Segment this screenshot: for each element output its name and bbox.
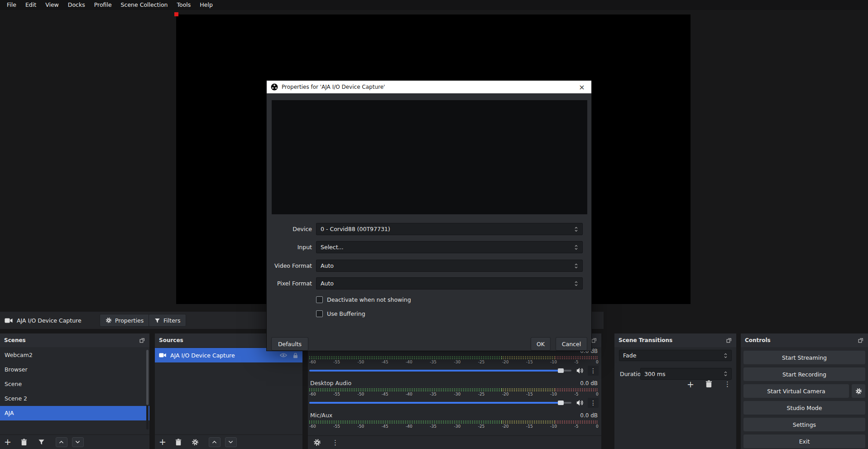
scene-item-scene[interactable]: Scene <box>0 377 149 391</box>
scene-item-aja[interactable]: AJA <box>0 406 149 420</box>
dialog-titlebar[interactable]: Properties for 'AJA I/O Device Capture' … <box>267 81 591 93</box>
speaker-icon[interactable] <box>575 367 584 374</box>
input-select[interactable]: Select... <box>316 241 583 253</box>
add-source-button[interactable]: + <box>159 438 166 446</box>
audio-meter <box>309 356 599 359</box>
channel-options-button[interactable]: ⋮ <box>588 398 599 408</box>
volume-slider[interactable] <box>309 402 571 404</box>
settings-button[interactable]: Settings <box>743 418 865 431</box>
channel-options-button[interactable]: ⋮ <box>588 366 599 376</box>
menu-help[interactable]: Help <box>195 0 217 10</box>
mixer-options-button[interactable]: ⋮ <box>332 439 339 447</box>
exit-button[interactable]: Exit <box>743 435 865 448</box>
properties-button[interactable]: Properties <box>100 314 149 327</box>
input-row: Input Select... <box>267 241 591 253</box>
transition-select[interactable]: Fade <box>619 350 732 361</box>
menu-scene-collection[interactable]: Scene Collection <box>116 0 173 10</box>
source-properties-button[interactable] <box>192 439 199 446</box>
volume-handle[interactable] <box>558 401 564 405</box>
device-select[interactable]: 0 - Corvid88 (00T97731) <box>316 223 583 235</box>
meter-scale-label: -25 <box>478 360 485 365</box>
selection-handle[interactable] <box>174 12 178 16</box>
move-scene-up-button[interactable] <box>56 437 67 447</box>
add-scene-button[interactable]: + <box>4 438 11 446</box>
audio-meter <box>309 420 599 424</box>
start-streaming-button[interactable]: Start Streaming <box>743 351 865 364</box>
lock-icon[interactable] <box>293 352 298 358</box>
menu-view[interactable]: View <box>41 0 63 10</box>
volume-slider[interactable] <box>309 370 571 372</box>
scene-item-scene2[interactable]: Scene 2 <box>0 391 149 406</box>
move-source-down-button[interactable] <box>225 437 237 447</box>
close-icon: × <box>579 83 585 92</box>
meter-yellow-segment <box>502 356 555 357</box>
close-button[interactable]: × <box>572 81 591 93</box>
speaker-icon[interactable] <box>575 399 584 406</box>
meter-scale-label: -25 <box>478 424 485 429</box>
meter-scale-label: 0 <box>596 392 599 397</box>
meter-green-segment <box>309 420 502 422</box>
meter-scale-label: -10 <box>550 360 557 365</box>
popout-icon[interactable] <box>591 337 597 343</box>
meter-scale-label: -25 <box>478 392 485 397</box>
popout-icon[interactable] <box>139 337 145 343</box>
camera-icon <box>5 318 13 323</box>
device-label: Device <box>267 223 312 235</box>
menu-edit[interactable]: Edit <box>21 0 41 10</box>
remove-source-button[interactable] <box>175 439 182 446</box>
meter-red-segment <box>555 390 599 391</box>
virtual-camera-row: Start Virtual Camera <box>743 384 865 398</box>
ok-button[interactable]: OK <box>531 337 551 351</box>
defaults-button[interactable]: Defaults <box>271 337 308 351</box>
virtual-camera-config-button[interactable] <box>852 384 865 398</box>
cancel-button[interactable]: Cancel <box>556 337 587 351</box>
input-value: Select... <box>321 244 343 251</box>
combo-spinner-icon <box>574 244 578 251</box>
deactivate-checkbox[interactable] <box>316 296 323 303</box>
remove-transition-button[interactable] <box>705 380 712 388</box>
add-transition-button[interactable]: + <box>687 380 694 389</box>
menu-file[interactable]: File <box>2 0 21 10</box>
move-source-up-button[interactable] <box>209 437 221 447</box>
spin-up-icon[interactable] <box>724 371 728 374</box>
transition-options-button[interactable]: ⋮ <box>724 380 731 388</box>
volume-row: ⋮ <box>309 367 599 375</box>
pixel-format-select[interactable]: Auto <box>316 277 583 290</box>
use-buffering-checkbox[interactable] <box>316 310 323 317</box>
filters-button[interactable]: Filters <box>149 314 186 327</box>
duration-spinbox[interactable]: 300 ms <box>640 368 732 380</box>
scene-item-webcam2[interactable]: Webcam2 <box>0 348 149 362</box>
menu-tools[interactable]: Tools <box>173 0 196 10</box>
eye-icon[interactable] <box>280 352 287 358</box>
spin-down-icon[interactable] <box>724 374 728 377</box>
mixer-channel: 0.0 dB -60-55-50-45-40-35-30-25-20-15-10… <box>309 347 599 375</box>
move-scene-down-button[interactable] <box>72 437 84 447</box>
scenes-scrollbar-thumb[interactable] <box>146 350 149 405</box>
start-virtual-camera-button[interactable]: Start Virtual Camera <box>743 384 849 398</box>
scene-filters-button[interactable] <box>38 439 45 445</box>
remove-scene-button[interactable] <box>21 439 27 446</box>
kebab-icon: ⋮ <box>590 399 596 406</box>
volume-handle[interactable] <box>558 368 564 373</box>
mixer-channel-name: Mic/Aux <box>310 411 332 420</box>
meter-scale-label: -30 <box>454 392 460 397</box>
sources-title: Sources <box>159 337 183 343</box>
scene-item-browser[interactable]: Browser <box>0 362 149 377</box>
meter-scale-label: -35 <box>430 424 436 429</box>
menu-profile[interactable]: Profile <box>90 0 116 10</box>
popout-icon[interactable] <box>726 337 732 343</box>
popout-icon[interactable] <box>858 337 864 343</box>
meter-row <box>309 388 599 390</box>
combo-spinner-icon <box>574 226 578 232</box>
menu-docks[interactable]: Docks <box>63 0 90 10</box>
advanced-audio-button[interactable] <box>313 439 321 446</box>
meter-green-segment <box>309 358 502 359</box>
transitions-dock-header: Scene Transitions <box>614 333 736 347</box>
scenes-scrollbar[interactable] <box>146 350 149 430</box>
start-recording-button[interactable]: Start Recording <box>743 367 865 381</box>
scenes-toolbar: + <box>0 435 149 449</box>
gear-icon <box>855 388 862 395</box>
studio-mode-button[interactable]: Studio Mode <box>743 401 865 415</box>
video-format-select[interactable]: Auto <box>316 260 583 272</box>
meter-red-segment <box>555 356 599 357</box>
